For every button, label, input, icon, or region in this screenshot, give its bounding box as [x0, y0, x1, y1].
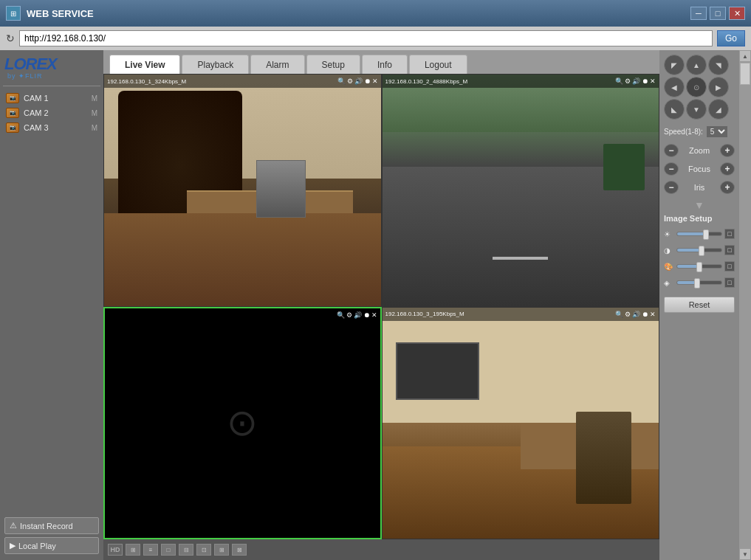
camera-cell-1[interactable]: 192.168.0.130_1_324Kbps_M 🔍 ⚙ 🔊 ⏺ ✕ [103, 74, 382, 307]
refresh-button[interactable]: ↻ [6, 32, 15, 44]
contrast-btn[interactable]: □ [724, 245, 735, 255]
saturation-icon: 🎨 [664, 263, 674, 271]
camera-cell-4[interactable]: 192.168.0.130_3_195Kbps_M 🔍 ⚙ 🔊 ⏺ ✕ [382, 307, 660, 540]
cam3-m: M [92, 124, 97, 132]
cam4-chair [576, 412, 631, 504]
scroll-down-button[interactable]: ▼ [739, 548, 751, 560]
instant-record-button[interactable]: ⚠ Instant Record [4, 517, 99, 534]
cam3-icon: 📷 [6, 122, 19, 133]
tab-live-view[interactable]: Live View [109, 55, 180, 74]
cam1-rec-icon: ⏺ [364, 77, 371, 85]
close-button[interactable]: ✕ [729, 7, 745, 20]
focus-plus-button[interactable]: + [720, 162, 735, 176]
toolbar-hd-button[interactable]: HD [108, 544, 123, 556]
brightness-icon: ☀ [664, 230, 674, 238]
toolbar-grid-button[interactable]: ⊞ [126, 544, 140, 556]
tab-info[interactable]: Info [362, 55, 408, 74]
ptz-downleft-button[interactable]: ◣ [664, 99, 685, 120]
toolbar-six-button[interactable]: ⊡ [196, 544, 211, 556]
contrast-thumb [699, 246, 704, 256]
ptz-up-button[interactable]: ▲ [686, 55, 707, 75]
maximize-button[interactable]: □ [710, 7, 726, 20]
right-scrollbar: ▲ ▼ [739, 50, 751, 560]
ptz-down-button[interactable]: ▼ [686, 99, 707, 120]
contrast-row: ◑ □ [664, 245, 735, 255]
ptz-downright-button[interactable]: ◢ [708, 99, 729, 120]
instant-record-label: Instant Record [20, 522, 73, 530]
cam3-header-icons: 🔍 ⚙ 🔊 ⏺ ✕ [337, 311, 377, 319]
saturation-slider[interactable] [676, 264, 722, 269]
image-setup-title: Image Setup [664, 214, 735, 223]
ptz-upright-button[interactable]: ◥ [708, 55, 729, 75]
hue-row: ◈ □ [664, 277, 735, 288]
ptz-left-button[interactable]: ◀ [664, 77, 685, 97]
minimize-button[interactable]: ─ [690, 7, 707, 20]
cam2-speaker-icon: 🔊 [632, 77, 640, 85]
hue-btn[interactable]: □ [724, 277, 735, 288]
tab-playback[interactable]: Playback [182, 55, 249, 74]
tab-logout[interactable]: Logout [409, 55, 467, 74]
speed-row: Speed(1-8): 5 1234 678 [664, 125, 735, 138]
cam4-header-text: 192.168.0.130_3_195Kbps_M [385, 311, 464, 317]
cam3-header: 🔍 ⚙ 🔊 ⏺ ✕ [105, 308, 380, 322]
iris-minus-button[interactable]: − [664, 181, 679, 194]
brightness-row: ☀ □ [664, 229, 735, 239]
reset-button[interactable]: Reset [664, 297, 735, 313]
saturation-btn[interactable]: □ [724, 261, 735, 272]
tab-alarm[interactable]: Alarm [250, 55, 304, 74]
toolbar-quad-button[interactable]: ⊟ [179, 544, 193, 556]
go-button[interactable]: Go [717, 30, 745, 46]
zoom-minus-button[interactable]: − [664, 144, 679, 157]
scroll-thumb[interactable] [740, 63, 750, 85]
expand-arrow[interactable]: ▼ [664, 199, 735, 211]
sidebar-item-cam2[interactable]: 📷 CAM 2 M [3, 106, 100, 120]
cam4-header: 192.168.0.130_3_195Kbps_M 🔍 ⚙ 🔊 ⏺ ✕ [383, 308, 659, 321]
scroll-up-button[interactable]: ▲ [739, 50, 751, 62]
brightness-slider[interactable] [676, 232, 722, 236]
iris-plus-button[interactable]: + [720, 181, 735, 194]
cam1-feed [104, 75, 381, 306]
sidebar-item-cam3[interactable]: 📷 CAM 3 M [3, 120, 100, 135]
focus-label: Focus [682, 165, 717, 173]
hue-slider[interactable] [676, 280, 722, 285]
toolbar-sixteen-button[interactable]: ⊠ [232, 544, 247, 556]
cam1-settings-icon: ⚙ [347, 77, 353, 85]
contrast-slider[interactable] [676, 248, 722, 252]
cam2-rec-icon: ⏺ [642, 77, 648, 85]
flir-sub: by ✦FLIR [7, 72, 99, 80]
cam2-settings-icon: ⚙ [625, 77, 631, 85]
camera-list: 📷 CAM 1 M 📷 CAM 2 M 📷 CAM 3 M [3, 91, 100, 514]
toolbar-nine-button[interactable]: ⊞ [214, 544, 229, 556]
sidebar-item-cam1[interactable]: 📷 CAM 1 M [3, 91, 100, 106]
cam1-speaker-icon: 🔊 [354, 77, 363, 85]
logo-area: LOREX by ✦FLIR [3, 53, 100, 86]
tab-setup[interactable]: Setup [306, 55, 360, 74]
ptz-center-button[interactable]: ⊙ [686, 77, 707, 97]
bottom-buttons: ⚠ Instant Record ▶ Local Play [3, 514, 100, 557]
iris-label: Iris [682, 183, 717, 192]
ptz-right-button[interactable]: ▶ [708, 77, 729, 97]
camera-cell-3[interactable]: 🔍 ⚙ 🔊 ⏺ ✕ ⊙ [103, 307, 382, 540]
cam4-speaker-icon: 🔊 [632, 311, 640, 318]
cam3-label: CAM 3 [24, 123, 87, 132]
focus-row: − Focus + [664, 162, 735, 176]
speed-select[interactable]: 5 1234 678 [706, 125, 728, 138]
camera-cell-2[interactable]: 192.168.0.130_2_4888Kbps_M 🔍 ⚙ 🔊 ⏺ ✕ [382, 74, 660, 307]
address-input[interactable] [19, 30, 713, 46]
zoom-plus-button[interactable]: + [720, 144, 735, 157]
brightness-btn[interactable]: □ [724, 229, 735, 239]
cam2-m: M [92, 109, 97, 117]
cam4-feed [383, 308, 659, 539]
local-play-button[interactable]: ▶ Local Play [4, 537, 99, 554]
cam3-close-icon: ✕ [371, 311, 377, 319]
cam1-header: 192.168.0.130_1_324Kbps_M 🔍 ⚙ 🔊 ⏺ ✕ [104, 75, 381, 88]
cam4-zoom-icon: 🔍 [615, 311, 623, 318]
ptz-upleft-button[interactable]: ◤ [664, 55, 685, 75]
toolbar-list-button[interactable]: ≡ [143, 544, 158, 556]
cam3-zoom-icon: 🔍 [337, 311, 345, 319]
local-play-label: Local Play [18, 542, 56, 550]
contrast-icon: ◑ [664, 246, 674, 255]
toolbar-single-button[interactable]: □ [161, 544, 176, 556]
focus-minus-button[interactable]: − [664, 162, 679, 176]
cam1-floor [104, 213, 381, 305]
